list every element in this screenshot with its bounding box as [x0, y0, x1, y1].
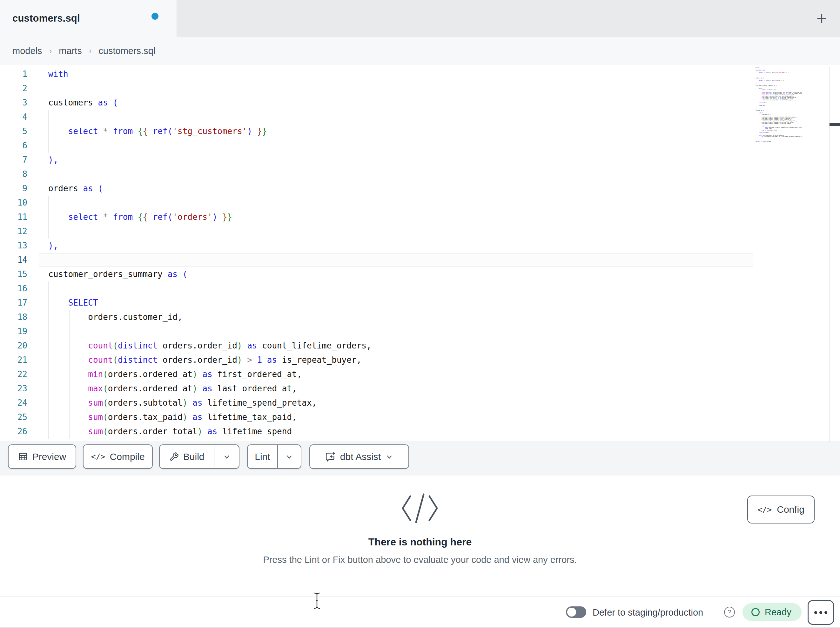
tab-customers-sql[interactable]: customers.sql: [0, 0, 177, 37]
code-line[interactable]: max(orders.ordered_at) as last_ordered_a…: [48, 381, 371, 396]
code-brackets-icon: [401, 493, 438, 524]
line-number: 5: [0, 124, 27, 139]
code-line[interactable]: SELECT: [48, 296, 371, 310]
config-label: Config: [777, 504, 804, 515]
code-line[interactable]: customers as (: [48, 96, 371, 110]
scrollbar-marker[interactable]: [829, 123, 840, 126]
line-number: 6: [0, 139, 27, 153]
build-button[interactable]: Build: [160, 445, 214, 468]
help-icon[interactable]: ?: [724, 607, 735, 617]
code-line[interactable]: [48, 196, 371, 210]
table-icon: [18, 452, 28, 462]
compile-label: Compile: [110, 451, 145, 462]
code-line[interactable]: [48, 253, 371, 267]
code-line[interactable]: [48, 110, 371, 124]
line-number-gutter: 1234567891011121314151617181920212223242…: [0, 67, 27, 439]
breadcrumb: models › marts › customers.sql: [13, 36, 155, 65]
code-line[interactable]: orders.customer_id,: [48, 310, 371, 324]
code-line[interactable]: [48, 167, 371, 181]
ready-label: Ready: [765, 607, 791, 617]
code-text[interactable]: with customers as ( select * from {{ ref…: [48, 67, 371, 439]
line-number: 15: [0, 267, 27, 282]
chevron-down-icon: [285, 452, 294, 461]
breadcrumb-bar: models › marts › customers.sql Save: [0, 36, 840, 65]
code-icon: </>: [758, 505, 772, 514]
line-number: 20: [0, 339, 27, 353]
dbt-ide-window: + customers.sql models › marts › custome…: [0, 0, 840, 628]
status-circle-icon: [752, 608, 759, 616]
action-bar: Preview </> Compile Build Lint: [0, 441, 840, 476]
code-line[interactable]: [48, 139, 371, 153]
line-number: 1: [0, 67, 27, 81]
code-quality-panel: There is nothing here Press the Lint or …: [0, 476, 840, 596]
build-options-button[interactable]: [214, 445, 239, 468]
code-line[interactable]: min(orders.ordered_at) as first_ordered_…: [48, 367, 371, 381]
line-number: 12: [0, 224, 27, 239]
code-editor[interactable]: 1234567891011121314151617181920212223242…: [0, 65, 840, 441]
dbt-assist-button[interactable]: dbt Assist: [309, 445, 409, 469]
line-number: 18: [0, 310, 27, 324]
line-number: 26: [0, 424, 27, 439]
build-label: Build: [183, 451, 205, 462]
more-options-button[interactable]: [808, 600, 834, 625]
code-line[interactable]: sum(orders.tax_paid) as lifetime_tax_pai…: [48, 410, 371, 424]
line-number: 22: [0, 367, 27, 381]
defer-label: Defer to staging/production: [593, 597, 703, 628]
defer-toggle[interactable]: [566, 606, 586, 618]
chevron-down-icon: [385, 452, 393, 461]
breadcrumb-models[interactable]: models: [13, 46, 42, 56]
toggle-knob: [567, 607, 576, 617]
code-line[interactable]: [48, 324, 371, 339]
code-line[interactable]: count(distinct orders.order_id) as count…: [48, 339, 371, 353]
ready-status-badge[interactable]: Ready: [742, 603, 802, 621]
code-line[interactable]: ),: [48, 239, 371, 253]
code-line[interactable]: ),: [48, 153, 371, 167]
assist-sparkle-chat-icon: [325, 451, 336, 462]
line-number: 9: [0, 181, 27, 196]
empty-state-title: There is nothing here: [0, 536, 840, 548]
code-line[interactable]: sum(orders.subtotal) as lifetime_spend_p…: [48, 396, 371, 410]
preview-button[interactable]: Preview: [8, 445, 76, 469]
code-line[interactable]: select * from {{ ref('orders') }}: [48, 210, 371, 224]
build-split-button: Build: [159, 445, 240, 469]
editor-minimap[interactable]: with customers as ( select * from {{ ref…: [756, 67, 802, 142]
dbt-assist-label: dbt Assist: [340, 451, 381, 462]
lint-split-button: Lint: [247, 445, 302, 469]
lint-options-button[interactable]: [278, 445, 301, 468]
code-line[interactable]: [48, 282, 371, 296]
dot-icon: [824, 611, 827, 614]
lint-button[interactable]: Lint: [248, 445, 277, 468]
line-number: 10: [0, 196, 27, 210]
code-line[interactable]: orders as (: [48, 181, 371, 196]
code-line[interactable]: select * from {{ ref('stg_customers') }}: [48, 124, 371, 139]
tab-title: customers.sql: [13, 13, 80, 24]
new-tab-button[interactable]: +: [809, 6, 834, 30]
breadcrumb-marts[interactable]: marts: [59, 46, 82, 56]
breadcrumb-file: customers.sql: [98, 46, 155, 56]
editor-tab-bar: + customers.sql: [0, 0, 840, 36]
line-number: 17: [0, 296, 27, 310]
dot-icon: [814, 611, 817, 614]
empty-state-message: Press the Lint or Fix button above to ev…: [0, 555, 840, 565]
line-number: 4: [0, 110, 27, 124]
line-number: 16: [0, 282, 27, 296]
config-button[interactable]: </> Config: [747, 495, 815, 524]
chevron-right-icon: ›: [49, 46, 52, 56]
line-number: 7: [0, 153, 27, 167]
unsaved-changes-dot-icon: [152, 13, 158, 20]
code-line[interactable]: with: [48, 67, 371, 81]
code-icon: </>: [91, 452, 105, 461]
line-number: 23: [0, 381, 27, 396]
code-line[interactable]: [48, 224, 371, 239]
line-number: 21: [0, 353, 27, 367]
compile-button[interactable]: </> Compile: [83, 445, 153, 469]
dot-icon: [819, 611, 822, 614]
line-number: 14: [0, 253, 27, 267]
line-number: 3: [0, 96, 27, 110]
line-number: 25: [0, 410, 27, 424]
ibeam-cursor-icon: [313, 592, 321, 609]
code-line[interactable]: count(distinct orders.order_id) > 1 as i…: [48, 353, 371, 367]
code-line[interactable]: customer_orders_summary as (: [48, 267, 371, 282]
code-line[interactable]: [48, 81, 371, 96]
code-line[interactable]: sum(orders.order_total) as lifetime_spen…: [48, 424, 371, 439]
